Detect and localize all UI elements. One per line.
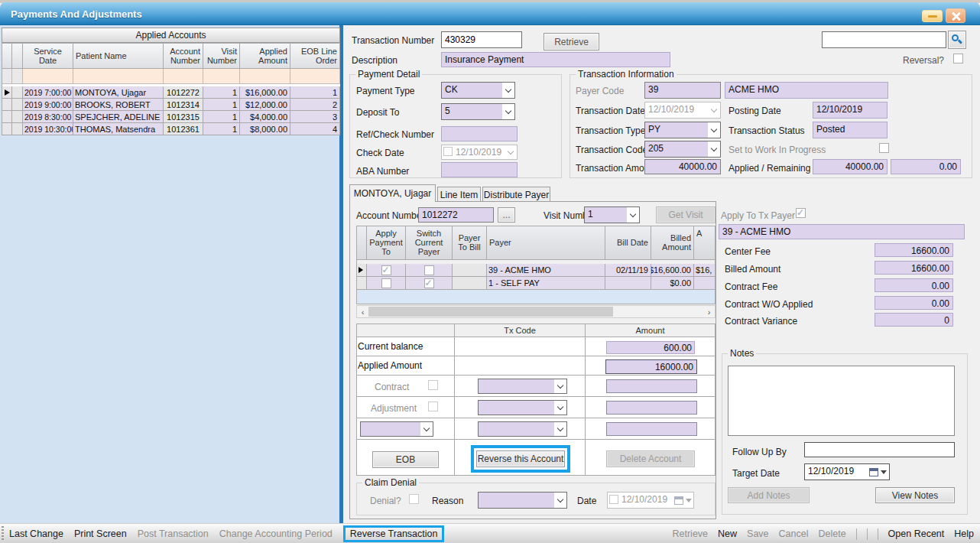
aa-filter-eob-line-order[interactable]	[290, 69, 340, 84]
payer-code-field[interactable]: 39	[644, 82, 721, 99]
pg-cell-bill-date[interactable]	[605, 277, 651, 290]
aa-cell-service-date[interactable]: 2019 8:30:00	[23, 111, 73, 123]
aa-cell-applied-amount[interactable]: $16,000.00	[240, 86, 290, 99]
aa-filter-patient-name[interactable]	[73, 69, 164, 84]
transaction-number-input[interactable]	[441, 31, 522, 48]
aa-row-spacer[interactable]	[12, 99, 23, 111]
retrieve-button[interactable]: Retrieve	[672, 528, 708, 539]
pg-horizontal-scrollbar[interactable]: ‹ ›	[356, 305, 716, 318]
pg-cell-billed-amount[interactable]: $0.00	[651, 277, 694, 290]
print-screen-button[interactable]: Print Screen	[74, 528, 127, 539]
new-button[interactable]: New	[718, 528, 737, 539]
apply-to-tx-payer-checkbox[interactable]	[796, 208, 806, 218]
tab-distribute-payer[interactable]: Distribute Payer	[482, 187, 550, 202]
extra-type-combo[interactable]	[360, 421, 433, 437]
aa-cell-applied-amount[interactable]: $4,000.00	[240, 111, 290, 123]
aa-filter-account-number[interactable]	[164, 69, 203, 84]
add-notes-button[interactable]: Add Notes	[728, 487, 810, 503]
close-button[interactable]	[946, 8, 965, 23]
pg-row-selector[interactable]	[356, 264, 367, 277]
chevron-down-icon[interactable]	[502, 83, 514, 98]
pg-cell-bill-date[interactable]: 02/11/19	[605, 264, 651, 277]
denial-reason-combo[interactable]	[478, 492, 567, 509]
cancel-button[interactable]: Cancel	[779, 528, 809, 539]
get-visit-button[interactable]: Get Visit	[656, 206, 716, 223]
pg-cell-switch-payer[interactable]	[406, 264, 453, 277]
aa-cell-visit-number[interactable]: 1	[203, 123, 240, 135]
pg-cell-payer-to-bill[interactable]	[453, 264, 487, 277]
delete-account-button[interactable]: Delete Account	[606, 450, 695, 467]
account-number-field[interactable]: 1012272	[418, 207, 494, 223]
transaction-type-combo[interactable]: PY	[644, 122, 721, 138]
chevron-down-icon[interactable]	[420, 422, 433, 436]
extra-txcode-combo[interactable]	[478, 421, 567, 437]
aa-cell-patient-name[interactable]: SPEJCHER, ADELINE	[73, 111, 164, 123]
denial-checkbox[interactable]	[409, 494, 419, 504]
aa-row-selector[interactable]	[2, 86, 12, 99]
target-date-picker[interactable]: 12/10/2019	[804, 463, 890, 480]
pg-cell-switch-payer[interactable]	[406, 277, 453, 290]
aa-cell-eob-line-order[interactable]: 1	[290, 86, 340, 99]
aa-cell-service-date[interactable]: 2019 7:00:00	[23, 86, 73, 99]
pg-cell-payer-to-bill[interactable]	[453, 277, 487, 290]
switch-payer-checkbox[interactable]	[424, 278, 434, 288]
aa-cell-visit-number[interactable]: 1	[203, 86, 240, 99]
aa-cell-account-number[interactable]: 1012315	[164, 111, 203, 123]
adjustment-amount-field[interactable]	[606, 401, 697, 415]
aa-cell-account-number[interactable]: 1012361	[164, 123, 203, 135]
tab-patient[interactable]: MONTOYA, Ujagar	[349, 184, 436, 202]
chevron-down-icon[interactable]	[554, 422, 566, 436]
aa-cell-visit-number[interactable]: 1	[203, 99, 240, 111]
change-accounting-period-button[interactable]: Change Accounting Period	[219, 528, 333, 539]
follow-up-by-input[interactable]	[804, 442, 955, 457]
reverse-this-account-button[interactable]: Reverse this Account	[476, 450, 565, 467]
chevron-down-icon[interactable]	[708, 141, 720, 157]
transaction-amount-field[interactable]: 40000.00	[644, 159, 721, 174]
scrollbar-thumb[interactable]	[368, 307, 613, 317]
aa-cell-applied-amount[interactable]: $12,000.00	[240, 99, 290, 111]
aa-row-spacer[interactable]	[12, 86, 23, 99]
aa-cell-service-date[interactable]: 2019 10:30:00	[23, 123, 73, 135]
aa-filter-service-date[interactable]	[23, 69, 73, 84]
pg-cell-apply-payment[interactable]	[367, 264, 406, 277]
chevron-down-icon[interactable]	[554, 379, 566, 393]
ref-check-number-field[interactable]	[441, 126, 518, 141]
minimize-button[interactable]	[922, 10, 943, 22]
contract-checkbox[interactable]	[428, 380, 438, 390]
adjustment-txcode-combo[interactable]	[478, 400, 567, 415]
extra-amount-field[interactable]	[606, 422, 697, 436]
contract-txcode-combo[interactable]	[478, 379, 567, 394]
apply-payment-checkbox[interactable]	[381, 278, 391, 288]
retrieve-transaction-button[interactable]: Retrieve	[544, 33, 599, 50]
pg-cell-clipped[interactable]	[694, 277, 716, 290]
aa-filter-visit-number[interactable]	[203, 69, 240, 84]
aa-cell-applied-amount[interactable]: $8,000.00	[240, 123, 290, 135]
chevron-down-icon[interactable]	[708, 122, 720, 138]
help-button[interactable]: Help	[954, 528, 974, 539]
notes-textarea[interactable]	[728, 366, 955, 436]
pg-cell-apply-payment[interactable]	[367, 277, 406, 290]
eob-button[interactable]: EOB	[372, 451, 439, 468]
last-change-button[interactable]: Last Change	[9, 528, 63, 539]
aa-cell-account-number[interactable]: 1012314	[164, 99, 203, 111]
open-recent-button[interactable]: Open Recent	[888, 528, 945, 539]
description-field[interactable]: Insurance Payment	[441, 52, 670, 67]
tab-line-item[interactable]: Line Item	[437, 187, 481, 202]
reversal-checkbox[interactable]	[953, 54, 963, 63]
aa-filter-applied-amount[interactable]	[240, 69, 290, 84]
payment-type-combo[interactable]: CK	[441, 82, 515, 99]
aa-row-selector[interactable]	[2, 123, 12, 135]
aba-number-field[interactable]	[441, 162, 518, 177]
post-transaction-button[interactable]: Post Transaction	[138, 528, 209, 539]
aa-row-selector[interactable]	[2, 111, 12, 123]
search-input[interactable]	[822, 31, 946, 48]
view-notes-button[interactable]: View Notes	[875, 487, 955, 503]
account-browse-button[interactable]: ...	[498, 207, 515, 223]
visit-number-combo[interactable]: 1	[584, 206, 640, 223]
pg-cell-payer[interactable]: 39 - ACME HMO	[487, 264, 605, 277]
aa-cell-eob-line-order[interactable]: 2	[290, 99, 340, 111]
pg-cell-billed-amount[interactable]: $16,600.00	[651, 264, 694, 277]
applied-amount-field[interactable]: 16000.00	[605, 359, 697, 374]
delete-button[interactable]: Delete	[818, 528, 845, 539]
aa-row-spacer[interactable]	[12, 111, 23, 123]
